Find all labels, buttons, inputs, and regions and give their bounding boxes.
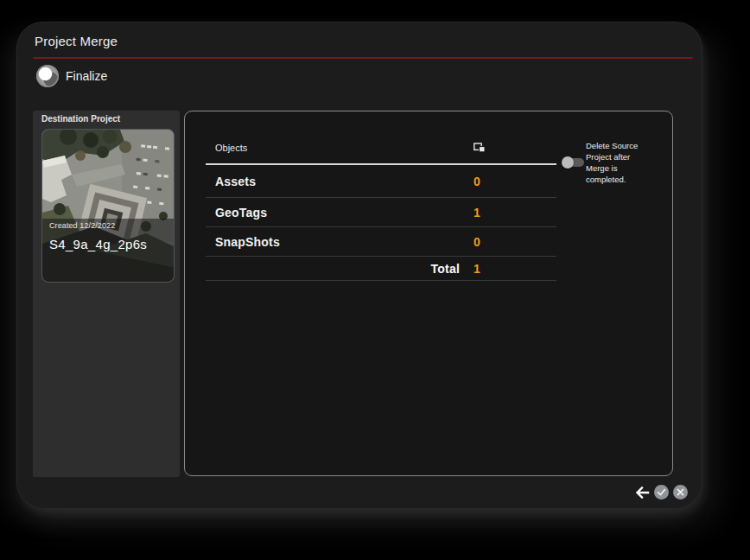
back-button[interactable]: [634, 486, 650, 500]
row-value: 0: [474, 235, 480, 249]
row-label: SnapShots: [206, 235, 474, 249]
row-label: Assets: [206, 175, 474, 188]
table-row-assets: Assets 0: [206, 165, 556, 198]
project-merge-dialog: Project Merge Finalize Destination Proje…: [17, 22, 702, 508]
page-title: Project Merge: [35, 34, 118, 48]
table-row-snapshots: SnapShots 0: [206, 227, 556, 257]
objects-table-header: Objects: [206, 132, 556, 165]
table-row-geotags: GeoTags 1: [206, 198, 556, 227]
merge-circles-icon: [36, 65, 59, 87]
finalize-label: Finalize: [66, 69, 107, 83]
project-thumbnail-card[interactable]: Created 12/2/2022 S4_9a_4g_2p6s: [41, 129, 175, 283]
close-circle-icon: [673, 485, 688, 500]
total-value: 1: [474, 262, 480, 276]
row-value: 0: [474, 175, 480, 188]
confirm-button[interactable]: [654, 485, 669, 500]
row-value: 1: [474, 206, 480, 220]
toggle-label-line: Delete Source: [586, 140, 660, 151]
screen-background: Project Merge Finalize Destination Proje…: [0, 0, 750, 560]
toggle-knob: [562, 156, 574, 169]
project-created-date: Created 12/2/2022: [49, 221, 167, 230]
objects-column-label: Objects: [206, 143, 474, 153]
cancel-button[interactable]: [673, 485, 688, 500]
destination-project-label: Destination Project: [41, 114, 120, 124]
project-name: S4_9a_4g_2p6s: [49, 237, 167, 251]
footer-actions: [634, 485, 688, 500]
back-arrow-icon: [634, 486, 650, 500]
total-label: Total: [206, 262, 474, 276]
table-row-total: Total 1: [206, 257, 556, 281]
title-divider: [33, 57, 693, 59]
row-label: GeoTags: [206, 206, 474, 220]
merge-summary-panel: Objects Assets 0 GeoTags 1 SnapShots: [184, 111, 673, 476]
overlapping-frames-icon: [474, 143, 486, 153]
toggle-label-line: Merge is: [586, 162, 660, 174]
check-circle-icon: [654, 485, 669, 500]
objects-table: Objects Assets 0 GeoTags 1 SnapShots: [206, 111, 556, 281]
destination-project-panel: Destination Project: [33, 111, 180, 477]
delete-source-toggle[interactable]: [562, 156, 586, 169]
thumbnail-caption-overlay: Created 12/2/2022 S4_9a_4g_2p6s: [42, 219, 174, 282]
toggle-label-line: completed.: [586, 174, 660, 185]
delete-source-toggle-label: Delete Source Project after Merge is com…: [586, 140, 660, 185]
toggle-label-line: Project after: [586, 151, 660, 162]
finalize-step: Finalize: [36, 65, 107, 87]
